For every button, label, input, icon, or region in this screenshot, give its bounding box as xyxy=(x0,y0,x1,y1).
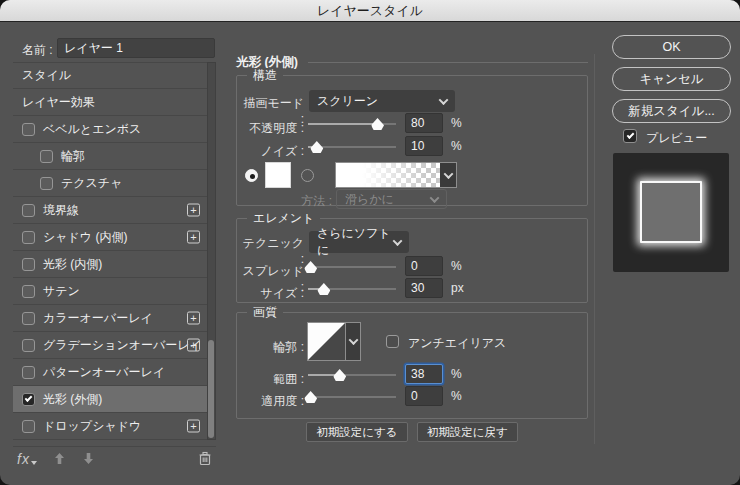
sidebar-item-11[interactable]: パターンオーバーレイ xyxy=(13,359,207,386)
outer-glow-preview xyxy=(640,181,702,243)
size-slider[interactable] xyxy=(308,282,396,296)
spread-slider[interactable] xyxy=(308,260,396,274)
add-effect-instance-icon[interactable]: + xyxy=(187,231,200,244)
move-effect-up-button[interactable] xyxy=(53,452,66,465)
effect-checkbox[interactable] xyxy=(22,312,35,325)
noise-slider[interactable] xyxy=(308,140,396,154)
size-unit: px xyxy=(451,281,464,295)
preview-checkbox[interactable] xyxy=(623,129,637,143)
spread-slider-thumb[interactable] xyxy=(304,261,317,273)
jitter-input[interactable] xyxy=(405,386,443,406)
effect-checkbox[interactable] xyxy=(22,393,35,406)
effect-checkbox[interactable] xyxy=(40,150,53,163)
sidebar-item-7[interactable]: 光彩 (内側) xyxy=(13,251,207,278)
panel-right-divider xyxy=(594,54,595,444)
chevron-down-icon xyxy=(443,169,453,179)
jitter-slider-thumb[interactable] xyxy=(304,391,317,403)
cancel-button[interactable]: キャンセル xyxy=(612,67,731,91)
sidebar-item-label: 光彩 (外側) xyxy=(43,391,102,408)
range-input[interactable] xyxy=(405,364,443,384)
sidebar-item-6[interactable]: シャドウ (内側)+ xyxy=(13,224,207,251)
effect-checkbox[interactable] xyxy=(22,366,35,379)
sidebar-item-8[interactable]: サテン xyxy=(13,278,207,305)
contour-thumbnail[interactable] xyxy=(307,322,346,361)
sidebar-item-13[interactable]: ドロップシャドウ+ xyxy=(13,413,207,440)
effect-checkbox[interactable] xyxy=(22,204,35,217)
gradient-dropdown-button[interactable] xyxy=(440,163,456,187)
color-radio[interactable] xyxy=(245,169,258,182)
add-effect-instance-icon[interactable]: + xyxy=(187,312,200,325)
blend-mode-select[interactable]: スクリーン xyxy=(309,90,455,112)
gradient-radio[interactable] xyxy=(301,169,314,182)
gradient-picker[interactable] xyxy=(335,162,457,188)
spread-input[interactable] xyxy=(405,256,443,276)
sidebar-item-1[interactable]: レイヤー効果 xyxy=(13,89,207,116)
quality-legend: 画質 xyxy=(247,305,283,319)
make-default-button[interactable]: 初期設定にする xyxy=(306,422,407,442)
effect-checkbox[interactable] xyxy=(22,285,35,298)
method-label: 方法 : xyxy=(237,193,332,210)
range-unit: % xyxy=(451,367,462,381)
sidebar-item-10[interactable]: グラデーションオーバーレイ+ xyxy=(13,332,207,359)
effect-checkbox[interactable] xyxy=(22,420,35,433)
range-slider-track[interactable] xyxy=(308,374,396,376)
sidebar-item-label: 光彩 (内側) xyxy=(43,256,102,273)
noise-input[interactable] xyxy=(405,136,443,156)
layer-style-dialog: レイヤースタイル 名前 : スタイルレイヤー効果ベベルとエンボス輪郭テクスチャ境… xyxy=(0,0,740,485)
fx-menu-caret-icon xyxy=(31,461,37,465)
ok-button[interactable]: OK xyxy=(612,35,731,59)
jitter-slider[interactable] xyxy=(308,390,396,404)
contour-dropdown-button[interactable] xyxy=(346,322,361,361)
spread-slider-track[interactable] xyxy=(308,266,396,268)
glow-color-swatch[interactable] xyxy=(265,162,291,188)
opacity-input[interactable] xyxy=(405,113,443,133)
sidebar-scrollbar-thumb[interactable] xyxy=(208,340,214,438)
add-effect-instance-icon[interactable]: + xyxy=(187,204,200,217)
sidebar-item-label: 境界線 xyxy=(43,202,79,219)
add-effect-instance-icon[interactable]: + xyxy=(187,420,200,433)
size-input[interactable] xyxy=(405,278,443,298)
new-style-button[interactable]: 新規スタイル... xyxy=(612,99,731,123)
sidebar-item-3[interactable]: 輪郭 xyxy=(13,143,207,170)
sidebar-item-2[interactable]: ベベルとエンボス xyxy=(13,116,207,143)
quality-group: 画質 輪郭 : アンチエイリアス 範囲 : % 適用度 : % xyxy=(236,312,588,419)
effect-checkbox[interactable] xyxy=(22,123,35,136)
range-slider-thumb[interactable] xyxy=(333,369,346,381)
range-slider[interactable] xyxy=(308,368,396,382)
fx-menu-button[interactable]: fx xyxy=(17,451,30,467)
opacity-slider-thumb[interactable] xyxy=(371,118,384,130)
effect-checkbox[interactable] xyxy=(22,339,35,352)
contour-label: 輪郭 : xyxy=(237,339,304,356)
check-icon xyxy=(626,131,634,139)
layer-name-input[interactable] xyxy=(57,38,215,58)
noise-slider-thumb[interactable] xyxy=(310,141,323,153)
title-divider xyxy=(308,62,588,63)
sidebar-item-0[interactable]: スタイル xyxy=(13,62,207,89)
move-effect-down-button[interactable] xyxy=(82,452,95,465)
opacity-unit: % xyxy=(451,116,462,130)
jitter-slider-track[interactable] xyxy=(308,396,396,398)
add-effect-instance-icon[interactable]: + xyxy=(187,339,200,352)
chevron-down-icon xyxy=(430,193,440,203)
effect-checkbox[interactable] xyxy=(22,231,35,244)
effect-checkbox[interactable] xyxy=(22,258,35,271)
opacity-slider[interactable] xyxy=(308,117,396,131)
sidebar-item-9[interactable]: カラーオーバーレイ+ xyxy=(13,305,207,332)
effects-list: スタイルレイヤー効果ベベルとエンボス輪郭テクスチャ境界線+シャドウ (内側)+光… xyxy=(13,62,207,440)
gradient-preview[interactable] xyxy=(336,163,440,187)
sidebar-item-12[interactable]: 光彩 (外側) xyxy=(13,386,207,413)
chevron-down-icon xyxy=(348,335,358,345)
effect-checkbox[interactable] xyxy=(40,177,53,190)
delete-effect-button[interactable] xyxy=(198,451,212,466)
default-buttons-row: 初期設定にする 初期設定に戻す xyxy=(236,422,588,442)
sidebar-item-4[interactable]: テクスチャ xyxy=(13,170,207,197)
sidebar-item-5[interactable]: 境界線+ xyxy=(13,197,207,224)
dialog-content: 名前 : スタイルレイヤー効果ベベルとエンボス輪郭テクスチャ境界線+シャドウ (… xyxy=(0,22,740,485)
chevron-down-icon xyxy=(439,95,449,105)
reset-default-button[interactable]: 初期設定に戻す xyxy=(417,422,518,442)
antialias-checkbox[interactable] xyxy=(386,335,399,348)
dialog-titlebar[interactable]: レイヤースタイル xyxy=(0,0,740,22)
size-slider-thumb[interactable] xyxy=(317,283,330,295)
technique-select[interactable]: さらにソフトに xyxy=(309,231,409,253)
sidebar-item-label: スタイル xyxy=(22,67,71,84)
